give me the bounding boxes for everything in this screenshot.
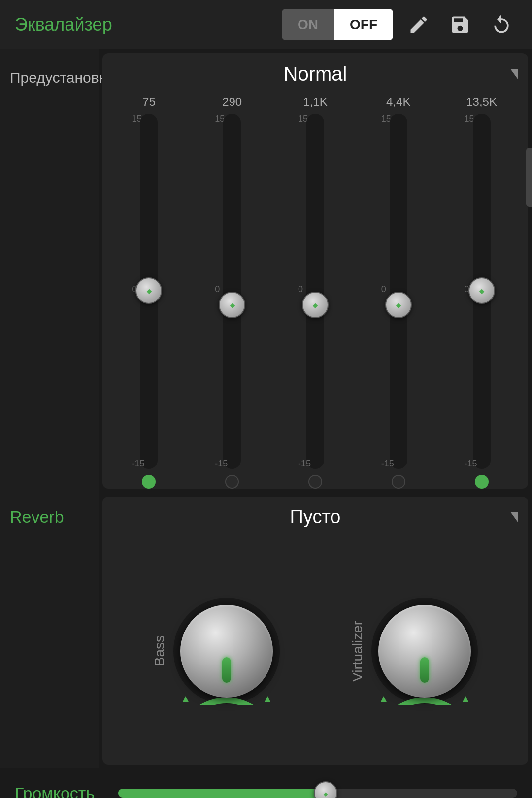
bass-knob-body (180, 605, 273, 698)
reverb-dropdown-arrow[interactable] (510, 512, 518, 523)
reverb-preset-name: Пусто (290, 506, 341, 528)
virtualizer-min-mark: ▲ (378, 693, 389, 705)
thumb-arrow-icon-5: ⬥ (478, 285, 485, 296)
mark-bot-13k5: -15 (465, 459, 477, 469)
on-button[interactable]: ON (282, 9, 334, 40)
sliders-container: 75 15 ⬥ 0 -15 290 15 (102, 95, 528, 489)
bass-label: Bass (152, 635, 167, 666)
slider-thumb-4k4[interactable]: ⬥ (385, 292, 412, 318)
freq-label-75: 75 (142, 95, 156, 109)
bass-max-mark: ▲ (262, 693, 273, 705)
app-title: Эквалайзер (15, 14, 272, 35)
eq-section: Предустановки Normal 75 15 ⬥ 0 - (0, 49, 532, 493)
band-13k5: 13,5K 15 ⬥ 0 -15 (440, 95, 523, 489)
virtualizer-knob-body (378, 605, 471, 698)
slider-thumb-75[interactable]: ⬥ (135, 277, 162, 304)
eq-sidebar: Предустановки (0, 49, 99, 493)
thumb-arrow-icon-3: ⬥ (312, 299, 318, 310)
reverb-preset-header: Пусто (102, 497, 528, 537)
presets-label: Предустановки (0, 59, 99, 92)
reverb-label: Reverb (10, 507, 64, 527)
band-4k4: 4,4K 15 ⬥ 0 -15 (357, 95, 440, 489)
bass-min-mark: ▲ (180, 693, 191, 705)
band-290: 290 15 ⬥ 0 -15 (191, 95, 274, 489)
virtualizer-label: Virtualizer (350, 621, 366, 682)
thumb-arrow-icon: ⬥ (146, 285, 152, 296)
volume-thumb[interactable]: ⬥ (314, 781, 337, 798)
reverb-sidebar: Reverb (0, 493, 99, 768)
mark-bot-1k1: -15 (298, 459, 311, 469)
toggle-button-group: ON OFF (282, 9, 393, 40)
reverb-section: Reverb Пусто Bass (0, 493, 532, 768)
led-13k5 (475, 475, 489, 489)
volume-section: Громкость ⬥ (0, 768, 532, 798)
led-75 (142, 475, 156, 489)
eq-preset-name: Normal (284, 63, 347, 85)
off-button[interactable]: OFF (334, 9, 393, 40)
freq-label-290: 290 (222, 95, 242, 109)
volume-thumb-arrows-icon: ⬥ (323, 788, 329, 798)
freq-label-1k1: 1,1K (303, 95, 327, 109)
reset-icon[interactable] (486, 9, 517, 40)
mark-bot-4k4: -15 (381, 459, 394, 469)
scroll-indicator[interactable] (526, 148, 532, 207)
reverb-panel: Пусто Bass (102, 497, 528, 765)
thumb-arrow-icon-2: ⬥ (229, 299, 235, 310)
thumb-arrow-icon-4: ⬥ (395, 299, 401, 310)
eq-preset-header: Normal (102, 53, 528, 95)
led-4k4 (392, 475, 405, 489)
slider-thumb-290[interactable]: ⬥ (219, 292, 245, 318)
knobs-area: Bass ▲ ▲ (102, 537, 528, 765)
eq-dropdown-arrow[interactable] (510, 69, 518, 80)
mark-mid-290: 0 (215, 284, 220, 295)
virtualizer-knob-group: Virtualizer ▲ ▲ (350, 597, 479, 705)
band-1k1: 1,1K 15 ⬥ 0 -15 (274, 95, 357, 489)
virtualizer-knob[interactable]: ▲ ▲ (370, 597, 479, 705)
bass-knob-indicator (222, 657, 231, 683)
virtualizer-max-mark: ▲ (460, 693, 471, 705)
header: Эквалайзер ON OFF (0, 0, 532, 49)
bass-knob[interactable]: ▲ ▲ (172, 597, 281, 705)
freq-label-13k5: 13,5K (466, 95, 497, 109)
eq-panel: Normal 75 15 ⬥ 0 -15 (102, 53, 528, 489)
volume-slider[interactable]: ⬥ (118, 786, 517, 798)
mark-bot-290: -15 (215, 459, 228, 469)
mark-mid-1k1: 0 (298, 284, 303, 295)
bass-knob-group: Bass ▲ ▲ (152, 597, 281, 705)
edit-icon[interactable] (403, 9, 434, 40)
save-icon[interactable] (444, 9, 476, 40)
slider-thumb-1k1[interactable]: ⬥ (302, 292, 329, 318)
volume-label: Громкость (15, 784, 103, 798)
freq-label-4k4: 4,4K (386, 95, 410, 109)
led-1k1 (308, 475, 322, 489)
volume-track-fill (118, 789, 326, 798)
band-75: 75 15 ⬥ 0 -15 (107, 95, 191, 489)
led-290 (225, 475, 239, 489)
mark-bot-75: -15 (132, 459, 144, 469)
mark-mid-4k4: 0 (381, 284, 386, 295)
slider-thumb-13k5[interactable]: ⬥ (468, 277, 495, 304)
virtualizer-knob-indicator (420, 657, 429, 683)
